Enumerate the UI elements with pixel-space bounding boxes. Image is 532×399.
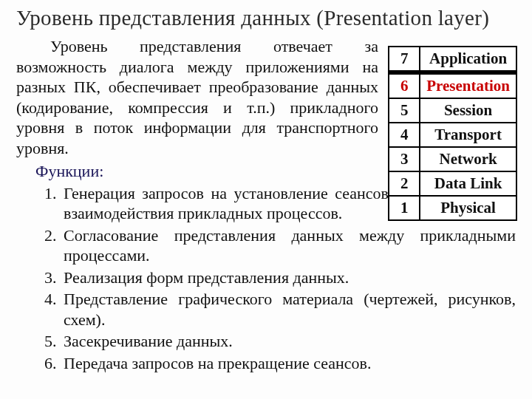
function-item: Генерация запросов на установление сеанс… [61,183,389,224]
osi-name: Application [420,47,516,72]
osi-num: 3 [389,147,420,171]
osi-table: 7 Application 6 Presentation 5 Session 4… [388,46,517,221]
osi-name: Transport [420,123,516,147]
osi-num: 6 [389,72,420,98]
function-item: Передача запросов на прекращение сеансов… [61,353,516,374]
osi-num: 2 [389,171,420,196]
osi-row-2: 2 Data Link [389,171,516,196]
osi-name: Data Link [420,171,516,196]
osi-row-4: 4 Transport [389,123,516,147]
osi-row-6: 6 Presentation [389,72,516,98]
osi-name: Physical [420,196,516,220]
intro-paragraph: Уровень представления отвечает за возмож… [16,36,378,158]
osi-row-7: 7 Application [389,47,516,72]
osi-num: 5 [389,98,420,123]
function-item: Засекречивание данных. [61,331,516,352]
osi-name: Session [420,98,516,123]
osi-name: Presentation [420,72,516,98]
osi-name: Network [420,147,516,171]
osi-row-1: 1 Physical [389,196,516,220]
function-item: Согласование представления данных между … [61,225,516,266]
slide-title: Уровень представления данных (Presentati… [16,6,516,30]
intro-text: Уровень представления отвечает за возмож… [16,37,378,157]
osi-num: 4 [389,123,420,147]
function-item: Реализация форм представления данных. [61,267,516,288]
osi-num: 7 [389,47,420,72]
osi-row-5: 5 Session [389,98,516,123]
osi-num: 1 [389,196,420,220]
osi-row-3: 3 Network [389,147,516,171]
function-item: Представление графического материала (че… [61,289,516,330]
